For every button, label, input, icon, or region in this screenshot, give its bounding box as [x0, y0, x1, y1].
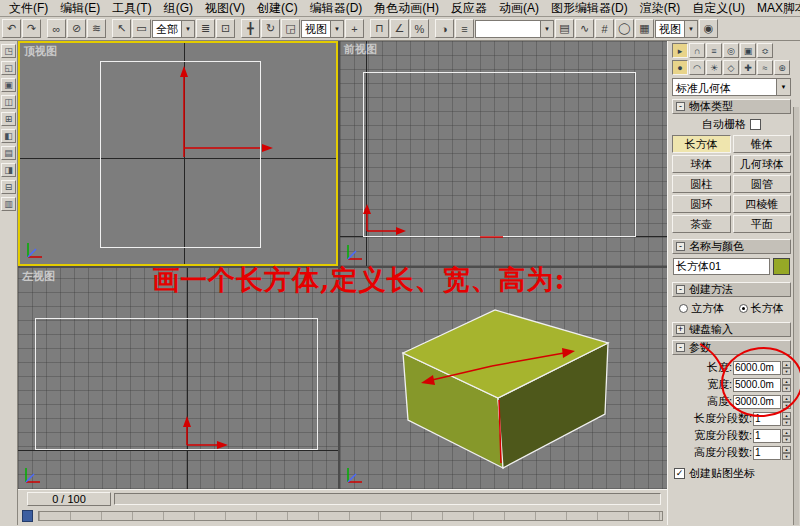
- side-toolbar-button-10[interactable]: ▥: [1, 197, 16, 211]
- object-button-cylinder[interactable]: 圆柱: [672, 175, 731, 193]
- selection-filter-dropdown[interactable]: 全部 ▼: [152, 20, 195, 38]
- object-button-pyramid[interactable]: 四棱锥: [733, 195, 792, 213]
- width-field[interactable]: [733, 378, 781, 392]
- chevron-down-icon[interactable]: ▼: [330, 21, 343, 37]
- chevron-down-icon[interactable]: ▼: [181, 21, 194, 37]
- length-segments-field[interactable]: [753, 412, 781, 426]
- rollout-parameters[interactable]: - 参数: [672, 340, 791, 355]
- side-toolbar-button-7[interactable]: ▤: [1, 146, 16, 160]
- length-segments-spinner[interactable]: ▲▼: [782, 412, 791, 426]
- named-selection-input[interactable]: [476, 21, 540, 37]
- object-button-plane[interactable]: 平面: [733, 215, 792, 233]
- rollout-name-color[interactable]: - 名称与颜色: [672, 239, 791, 254]
- category-cameras-button[interactable]: ◇: [723, 60, 739, 75]
- box-object[interactable]: [340, 268, 667, 489]
- selection-lock-icon[interactable]: [22, 510, 33, 522]
- collapse-icon[interactable]: -: [676, 102, 685, 111]
- side-toolbar-button-6[interactable]: ◧: [1, 129, 16, 143]
- mapping-coords-checkbox[interactable]: ✓: [674, 468, 685, 479]
- rollout-creation-method[interactable]: - 创建方法: [672, 282, 791, 297]
- autogrid-checkbox[interactable]: [750, 119, 761, 130]
- box-wireframe[interactable]: [35, 318, 318, 450]
- side-toolbar-button-4[interactable]: ◫: [1, 95, 16, 109]
- menu-modifiers[interactable]: 编辑器(D): [304, 0, 369, 18]
- side-toolbar-button-1[interactable]: ◳: [1, 44, 16, 58]
- spinner-up-icon[interactable]: ▲: [782, 429, 791, 436]
- box-wireframe[interactable]: [100, 61, 261, 248]
- spinner-up-icon[interactable]: ▲: [782, 412, 791, 419]
- time-slider-handle[interactable]: 0 / 100: [27, 492, 111, 506]
- unlink-button[interactable]: ⊘: [67, 19, 86, 38]
- menu-edit[interactable]: 编辑(E): [54, 0, 106, 18]
- object-button-tube[interactable]: 圆管: [733, 175, 792, 193]
- menu-group[interactable]: 组(G): [158, 0, 199, 18]
- radio-box-dot[interactable]: [739, 304, 748, 313]
- spinner-up-icon[interactable]: ▲: [782, 361, 791, 368]
- material-editor-button[interactable]: ◯: [615, 19, 634, 38]
- render-type-dropdown[interactable]: 视图 ▼: [655, 20, 698, 38]
- coord-system-dropdown[interactable]: 视图 ▼: [301, 20, 344, 38]
- spinner-down-icon[interactable]: ▼: [782, 385, 791, 392]
- tab-modify[interactable]: ∩: [689, 43, 705, 58]
- menu-rendering[interactable]: 渲染(R): [634, 0, 687, 18]
- viewport-left[interactable]: 左视图: [18, 268, 338, 489]
- width-segments-spinner[interactable]: ▲▼: [782, 429, 791, 443]
- menu-character[interactable]: 角色动画(H): [368, 0, 445, 18]
- height-segments-field[interactable]: [753, 446, 781, 460]
- render-scene-button[interactable]: ▦: [635, 19, 654, 38]
- scale-button[interactable]: ◲: [281, 19, 300, 38]
- viewport-perspective[interactable]: [340, 268, 667, 489]
- side-toolbar-button-9[interactable]: ⊟: [1, 180, 16, 194]
- tab-hierarchy[interactable]: ≡: [706, 43, 722, 58]
- menu-animation[interactable]: 动画(A): [493, 0, 545, 18]
- spinner-down-icon[interactable]: ▼: [782, 436, 791, 443]
- length-spinner[interactable]: ▲▼: [782, 361, 791, 375]
- category-helpers-button[interactable]: ✚: [740, 60, 756, 75]
- side-toolbar-button-3[interactable]: ▣: [1, 78, 16, 92]
- align-button[interactable]: ≡: [455, 19, 474, 38]
- box-wireframe[interactable]: [363, 72, 636, 237]
- percent-snap-button[interactable]: %: [410, 19, 429, 38]
- spinner-down-icon[interactable]: ▼: [782, 453, 791, 460]
- snap-toggle-button[interactable]: ⊓: [370, 19, 389, 38]
- select-object-button[interactable]: ↖: [112, 19, 131, 38]
- object-button-torus[interactable]: 圆环: [672, 195, 731, 213]
- spinner-up-icon[interactable]: ▲: [782, 446, 791, 453]
- category-shapes-button[interactable]: ◠: [689, 60, 705, 75]
- side-toolbar-button-5[interactable]: ⊞: [1, 112, 16, 126]
- mirror-button[interactable]: ◑: [435, 19, 454, 38]
- tab-motion[interactable]: ◎: [723, 43, 739, 58]
- category-lights-button[interactable]: ☀: [706, 60, 722, 75]
- object-button-box[interactable]: 长方体: [672, 135, 731, 153]
- height-segments-spinner[interactable]: ▲▼: [782, 446, 791, 460]
- geometry-category-dropdown[interactable]: 标准几何体 ▼: [672, 78, 791, 96]
- side-toolbar-button-2[interactable]: ◱: [1, 61, 16, 75]
- collapse-icon[interactable]: -: [676, 285, 685, 294]
- redo-button[interactable]: ↷: [22, 19, 41, 38]
- viewport-top[interactable]: 顶视图: [18, 41, 338, 266]
- spinner-down-icon[interactable]: ▼: [782, 419, 791, 426]
- menu-create[interactable]: 创建(C): [251, 0, 304, 18]
- collapse-icon[interactable]: -: [676, 343, 685, 352]
- menu-views[interactable]: 视图(V): [199, 0, 251, 18]
- chevron-down-icon[interactable]: ▼: [684, 21, 697, 37]
- length-field[interactable]: [733, 361, 781, 375]
- named-selection-dropdown[interactable]: ▼: [475, 20, 554, 38]
- height-spinner[interactable]: ▲▼: [782, 395, 791, 409]
- spinner-up-icon[interactable]: ▲: [782, 395, 791, 402]
- spinner-down-icon[interactable]: ▼: [782, 368, 791, 375]
- window-crossing-button[interactable]: ⊡: [216, 19, 235, 38]
- menu-reactor[interactable]: 反应器: [445, 0, 493, 18]
- select-by-name-button[interactable]: ≣: [196, 19, 215, 38]
- select-region-button[interactable]: ▭: [132, 19, 151, 38]
- category-systems-button[interactable]: ⊛: [774, 60, 790, 75]
- object-button-geosphere[interactable]: 几何球体: [733, 155, 792, 173]
- manipulate-button[interactable]: +: [345, 19, 364, 38]
- expand-icon[interactable]: +: [676, 325, 685, 334]
- viewport-front[interactable]: 前视图: [340, 41, 667, 266]
- height-field[interactable]: [733, 395, 781, 409]
- menu-tools[interactable]: 工具(T): [106, 0, 157, 18]
- object-name-input[interactable]: [673, 258, 770, 275]
- bind-spacewarp-button[interactable]: ≋: [87, 19, 106, 38]
- object-button-sphere[interactable]: 球体: [672, 155, 731, 173]
